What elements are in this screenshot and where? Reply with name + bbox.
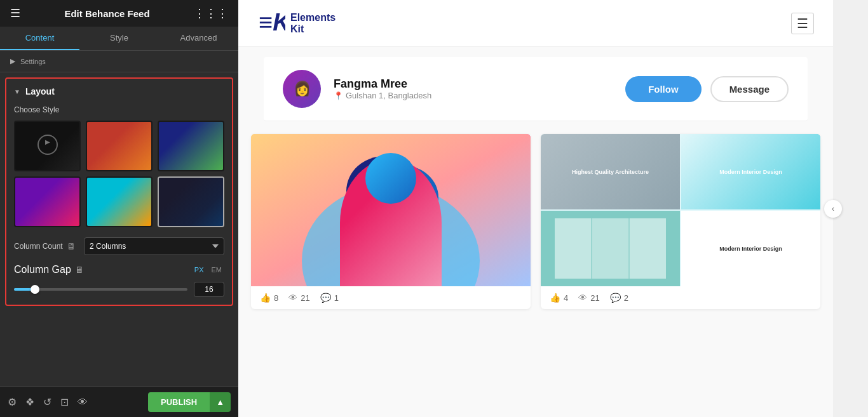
style-card-2[interactable] [86,121,153,171]
bottom-toolbar: ⚙ ❖ ↺ ⊡ 👁 PUBLISH ▲ [0,387,238,417]
style-card-6-inner [159,178,223,226]
interior-sub-1: Highest Quality Architecture [541,134,680,209]
style-card-4-inner [15,178,79,226]
svg-rect-1 [251,134,531,286]
column-count-control: Column Count 🖥 1 Column 2 Columns 3 Colu… [14,237,224,255]
likes-count-2: 4 [564,293,568,303]
style-grid [14,121,224,227]
slider-track[interactable] [14,288,187,291]
comments-count-1: 1 [334,293,339,303]
view-icon-2: 👁 [578,293,587,303]
layout-section: ▼ Layout Choose Style [5,77,233,306]
hamburger-icon[interactable]: ☰ [10,6,20,20]
logo-text: Elements Kit [290,12,336,34]
site-nav: ≡K Elements Kit ☰ [238,0,833,47]
history-icon[interactable]: ↺ [43,396,51,408]
stat-likes-1: 👍 8 [260,293,278,303]
feed-grid: 👍 8 👁 21 💬 1 [251,134,820,309]
stat-views-2: 👁 21 [578,293,599,303]
slider-value[interactable]: 16 [194,282,224,297]
interior-sub-4: Modern Interior Design [681,211,820,286]
monitor-icon: 🖥 [67,241,76,251]
logo-icon: ≡K [257,8,285,39]
profile-actions: Follow Message [625,76,789,102]
logo-svg: ≡K [257,8,285,36]
right-panel: ≡K Elements Kit ☰ 👩 Fangma Mree 📍 [238,0,833,417]
style-card-5-inner [87,178,151,226]
column-gap-left: Column Gap 🖥 [14,264,192,275]
column-count-text: Column Count [14,242,63,251]
avatar-initial: 👩 [294,81,311,97]
style-card-2-inner [87,122,151,170]
grid-icon[interactable]: ⋮⋮⋮ [194,6,228,20]
tab-style[interactable]: Style [79,27,159,50]
comments-count-2: 2 [624,293,628,303]
stat-views-1: 👁 21 [288,293,309,303]
collapse-panel-button[interactable]: ‹ [824,200,842,218]
svg-rect-3 [353,223,429,286]
style-card-4[interactable] [14,176,81,227]
interior-sub-3 [541,211,680,286]
style-card-5[interactable] [86,176,153,227]
section-header: ▼ Layout [14,86,224,96]
preview-icon[interactable]: 👁 [78,397,88,408]
settings-text: Settings [20,58,46,65]
publish-arrow-button[interactable]: ▲ [210,392,231,412]
illustration-svg [251,134,531,286]
comment-icon-2: 💬 [610,293,621,303]
view-icon: 👁 [288,293,297,303]
feed-card-2: Highest Quality Architecture Modern Inte… [541,134,820,309]
publish-btn-group: PUBLISH ▲ [148,392,231,412]
px-em-toggle: PX EM [192,265,224,275]
profile-name: Fangma Mree [334,77,613,91]
responsive-icon[interactable]: ⊡ [60,396,69,408]
style-card-1[interactable] [14,121,81,171]
svg-text:≡K: ≡K [259,9,285,36]
tab-advanced[interactable]: Advanced [159,27,238,50]
profile-avatar: 👩 [283,70,321,108]
feed-card-2-image: Highest Quality Architecture Modern Inte… [541,134,820,286]
svg-point-5 [346,156,423,226]
chevron-right-icon: ▶ [10,57,15,65]
logo-text-bottom: Kit [290,23,336,35]
style-card-3-inner [159,122,223,170]
message-button[interactable]: Message [710,76,789,102]
feed-card-2-stats: 👍 4 👁 21 💬 2 [541,286,820,309]
slider-thumb[interactable] [31,285,39,294]
column-gap-row: Column Gap 🖥 PX EM [14,264,224,275]
column-count-label: Column Count 🖥 [14,241,84,251]
feed-card-1: 👍 8 👁 21 💬 1 [251,134,531,309]
views-count-1: 21 [301,293,309,303]
stat-comments-1: 💬 1 [320,293,339,303]
top-bar: ☰ Edit Behance Feed ⋮⋮⋮ [0,0,238,27]
site-logo: ≡K Elements Kit [257,8,336,39]
profile-area: 👩 Fangma Mree 📍 Gulshan 1, Bangladesh Fo… [264,57,808,121]
nav-menu-icon[interactable]: ☰ [791,13,814,34]
px-button[interactable]: PX [192,265,207,275]
publish-button[interactable]: PUBLISH [148,392,210,412]
tab-content[interactable]: Content [0,27,79,50]
location-text: Gulshan 1, Bangladesh [346,91,431,100]
left-panel: ☰ Edit Behance Feed ⋮⋮⋮ Content Style Ad… [0,0,238,417]
chevron-down-icon: ▼ [14,88,20,95]
logo-text-top: Elements [290,12,336,23]
style-card-1-inner [15,122,79,170]
feed-card-1-image [251,134,531,286]
style-card-6[interactable] [158,176,224,227]
layers-icon[interactable]: ❖ [25,396,34,408]
settings-icon[interactable]: ⚙ [8,396,17,408]
settings-section: ▶ Settings [0,51,238,72]
settings-label[interactable]: ▶ Settings [10,57,228,65]
column-count-select[interactable]: 1 Column 2 Columns 3 Columns 4 Columns [84,237,224,255]
feed-container: 👍 8 👁 21 💬 1 [238,121,833,322]
feed-card-1-stats: 👍 8 👁 21 💬 1 [251,286,531,309]
column-gap-monitor-icon: 🖥 [75,265,84,275]
profile-location: 📍 Gulshan 1, Bangladesh [334,91,613,100]
follow-button[interactable]: Follow [625,76,702,102]
like-icon: 👍 [260,293,271,303]
tabs-row: Content Style Advanced [0,27,238,51]
panel-title: Edit Behance Feed [64,8,149,19]
views-count-2: 21 [590,293,599,303]
style-card-3[interactable] [158,121,224,171]
em-button[interactable]: EM [209,265,225,275]
